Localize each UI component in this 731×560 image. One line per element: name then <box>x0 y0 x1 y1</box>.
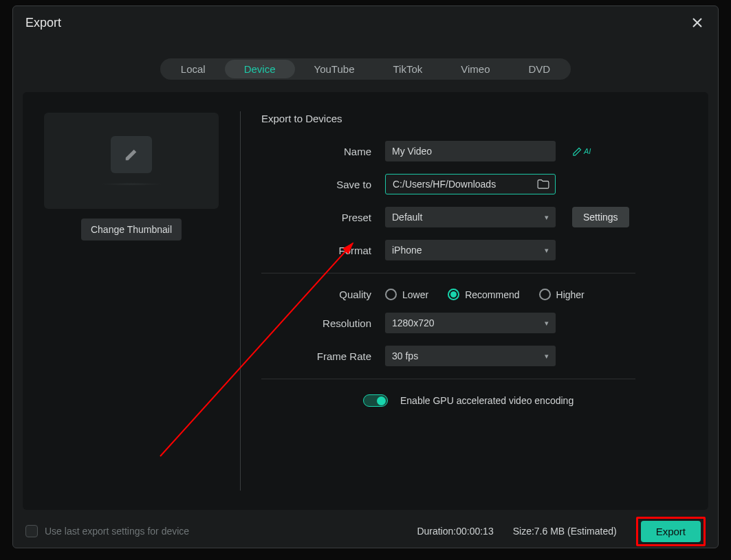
save-to-input[interactable] <box>393 179 537 190</box>
resolution-select[interactable]: 1280x720 ▾ <box>385 313 556 333</box>
export-button[interactable]: Export <box>641 521 701 542</box>
change-thumbnail-button[interactable]: Change Thumbnail <box>81 219 182 240</box>
divider-line <box>261 379 635 379</box>
gpu-toggle-label: Enable GPU accelerated video encoding <box>400 395 574 406</box>
titlebar: Export <box>13 6 718 36</box>
form-column: Export to Devices Name AI Save to Preset <box>241 92 708 510</box>
use-last-settings-label: Use last export settings for device <box>45 526 189 537</box>
quality-higher[interactable]: Higher <box>539 289 585 300</box>
frame-rate-select[interactable]: 30 fps ▾ <box>385 346 556 366</box>
thumbnail-column: Change Thumbnail <box>23 92 240 510</box>
duration-display: Duration:00:00:13 <box>417 526 493 537</box>
row-gpu: Enable GPU accelerated video encoding <box>363 394 700 407</box>
divider-line <box>261 273 635 273</box>
main-panel: Change Thumbnail Export to Devices Name … <box>23 92 708 510</box>
radio-icon <box>539 289 551 300</box>
ai-rename-icon[interactable]: AI <box>572 146 591 157</box>
label-preset: Preset <box>261 212 385 223</box>
quality-recommend[interactable]: Recommend <box>448 289 519 300</box>
dialog-title: Export <box>25 16 61 30</box>
close-icon[interactable] <box>689 14 706 31</box>
tab-vimeo[interactable]: Vimeo <box>441 60 509 78</box>
thumbnail-shadow <box>100 183 162 186</box>
gpu-toggle[interactable] <box>363 394 388 407</box>
row-frame-rate: Frame Rate 30 fps ▾ <box>261 346 700 366</box>
row-preset: Preset Default ▾ Settings <box>261 207 700 227</box>
bottom-bar: Use last export settings for device Dura… <box>13 515 718 548</box>
save-to-field[interactable] <box>385 174 556 194</box>
quality-lower[interactable]: Lower <box>385 289 428 300</box>
row-format: Format iPhone ▾ <box>261 240 700 260</box>
label-format: Format <box>261 245 385 256</box>
chevron-down-icon: ▾ <box>545 213 549 222</box>
export-tabs: Local Device YouTube TikTok Vimeo DVD <box>160 58 571 80</box>
export-dialog: Export Local Device YouTube TikTok Vimeo… <box>12 5 719 548</box>
row-resolution: Resolution 1280x720 ▾ <box>261 313 700 333</box>
tab-device[interactable]: Device <box>225 60 295 78</box>
tab-dvd[interactable]: DVD <box>510 60 570 78</box>
use-last-settings-checkbox[interactable] <box>25 525 38 537</box>
folder-icon[interactable] <box>537 179 549 189</box>
label-frame-rate: Frame Rate <box>261 350 385 362</box>
size-display: Size:7.6 MB (Estimated) <box>513 526 617 537</box>
preset-settings-button[interactable]: Settings <box>572 207 629 227</box>
label-save-to: Save to <box>261 179 385 190</box>
edit-thumbnail-icon <box>111 136 152 173</box>
radio-icon <box>448 289 459 300</box>
export-button-highlight: Export <box>636 517 706 546</box>
label-resolution: Resolution <box>261 317 385 329</box>
chevron-down-icon: ▾ <box>545 319 549 328</box>
radio-icon <box>385 289 397 300</box>
tabs-row: Local Device YouTube TikTok Vimeo DVD <box>13 58 718 80</box>
label-name: Name <box>261 146 385 157</box>
format-select[interactable]: iPhone ▾ <box>385 240 556 260</box>
toggle-knob <box>377 396 386 405</box>
tab-youtube[interactable]: YouTube <box>295 60 374 78</box>
row-save-to: Save to <box>261 174 700 194</box>
preset-select[interactable]: Default ▾ <box>385 207 556 227</box>
tab-tiktok[interactable]: TikTok <box>373 60 441 78</box>
chevron-down-icon: ▾ <box>545 246 549 255</box>
thumbnail-preview[interactable] <box>44 113 219 209</box>
label-quality: Quality <box>261 289 385 300</box>
row-name: Name AI <box>261 141 700 161</box>
name-input[interactable] <box>385 141 556 161</box>
section-title: Export to Devices <box>261 113 700 124</box>
row-quality: Quality Lower Recommend Higher <box>261 289 700 300</box>
chevron-down-icon: ▾ <box>545 352 549 361</box>
tab-local[interactable]: Local <box>162 60 225 78</box>
quality-radio-group: Lower Recommend Higher <box>385 289 585 300</box>
